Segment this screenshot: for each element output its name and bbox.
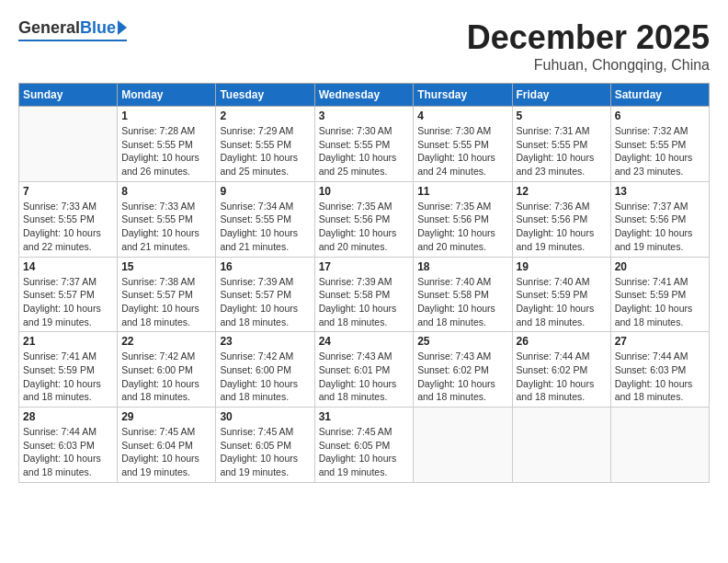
day-number: 19 xyxy=(517,260,607,273)
calendar-cell: 14Sunrise: 7:37 AM Sunset: 5:57 PM Dayli… xyxy=(19,257,118,332)
day-info: Sunrise: 7:45 AM Sunset: 6:04 PM Dayligh… xyxy=(121,425,211,479)
day-number: 6 xyxy=(615,109,705,122)
calendar-cell: 20Sunrise: 7:41 AM Sunset: 5:59 PM Dayli… xyxy=(610,257,709,332)
day-info: Sunrise: 7:30 AM Sunset: 5:55 PM Dayligh… xyxy=(417,124,507,178)
day-number: 15 xyxy=(121,260,211,273)
calendar-cell xyxy=(414,408,512,483)
day-number: 28 xyxy=(23,410,113,423)
day-info: Sunrise: 7:29 AM Sunset: 5:55 PM Dayligh… xyxy=(220,124,310,178)
day-info: Sunrise: 7:33 AM Sunset: 5:55 PM Dayligh… xyxy=(121,200,211,254)
weekday-header-sunday: Sunday xyxy=(19,84,118,107)
calendar-cell: 21Sunrise: 7:41 AM Sunset: 5:59 PM Dayli… xyxy=(19,332,118,408)
calendar-cell: 3Sunrise: 7:30 AM Sunset: 5:55 PM Daylig… xyxy=(314,107,414,182)
weekday-header-wednesday: Wednesday xyxy=(314,84,414,107)
calendar-cell: 15Sunrise: 7:38 AM Sunset: 5:57 PM Dayli… xyxy=(118,257,216,332)
day-number: 17 xyxy=(319,260,410,273)
day-number: 23 xyxy=(220,335,310,348)
calendar-cell xyxy=(610,408,709,483)
weekday-header-friday: Friday xyxy=(512,84,610,107)
calendar-cell xyxy=(19,107,118,182)
day-info: Sunrise: 7:38 AM Sunset: 5:57 PM Dayligh… xyxy=(121,275,211,329)
day-number: 7 xyxy=(23,185,113,198)
day-info: Sunrise: 7:44 AM Sunset: 6:02 PM Dayligh… xyxy=(517,350,607,404)
calendar-cell: 8Sunrise: 7:33 AM Sunset: 5:55 PM Daylig… xyxy=(118,181,216,257)
day-info: Sunrise: 7:43 AM Sunset: 6:02 PM Dayligh… xyxy=(417,350,507,404)
logo-blue-text: Blue xyxy=(80,18,116,38)
weekday-header-thursday: Thursday xyxy=(414,84,512,107)
logo: General Blue xyxy=(18,18,127,41)
day-info: Sunrise: 7:37 AM Sunset: 5:56 PM Dayligh… xyxy=(615,200,705,254)
day-info: Sunrise: 7:39 AM Sunset: 5:57 PM Dayligh… xyxy=(220,275,310,329)
day-number: 29 xyxy=(121,410,211,423)
calendar-table: SundayMondayTuesdayWednesdayThursdayFrid… xyxy=(18,83,710,483)
day-number: 11 xyxy=(417,185,507,198)
day-number: 12 xyxy=(517,185,607,198)
week-row-5: 28Sunrise: 7:44 AM Sunset: 6:03 PM Dayli… xyxy=(19,408,710,483)
day-number: 21 xyxy=(23,335,113,348)
day-info: Sunrise: 7:31 AM Sunset: 5:55 PM Dayligh… xyxy=(517,124,607,178)
day-number: 14 xyxy=(23,260,113,273)
calendar-cell: 1Sunrise: 7:28 AM Sunset: 5:55 PM Daylig… xyxy=(118,107,216,182)
day-info: Sunrise: 7:45 AM Sunset: 6:05 PM Dayligh… xyxy=(319,425,410,479)
calendar-cell: 16Sunrise: 7:39 AM Sunset: 5:57 PM Dayli… xyxy=(216,257,314,332)
day-info: Sunrise: 7:30 AM Sunset: 5:55 PM Dayligh… xyxy=(319,124,410,178)
day-number: 26 xyxy=(517,335,607,348)
day-number: 30 xyxy=(220,410,310,423)
calendar-cell: 7Sunrise: 7:33 AM Sunset: 5:55 PM Daylig… xyxy=(19,181,118,257)
day-info: Sunrise: 7:37 AM Sunset: 5:57 PM Dayligh… xyxy=(23,275,113,329)
week-row-1: 1Sunrise: 7:28 AM Sunset: 5:55 PM Daylig… xyxy=(19,107,710,182)
day-info: Sunrise: 7:41 AM Sunset: 5:59 PM Dayligh… xyxy=(615,275,705,329)
calendar-cell: 27Sunrise: 7:44 AM Sunset: 6:03 PM Dayli… xyxy=(610,332,709,408)
calendar-cell: 26Sunrise: 7:44 AM Sunset: 6:02 PM Dayli… xyxy=(512,332,610,408)
calendar-cell: 28Sunrise: 7:44 AM Sunset: 6:03 PM Dayli… xyxy=(19,408,118,483)
day-number: 16 xyxy=(220,260,310,273)
day-info: Sunrise: 7:41 AM Sunset: 5:59 PM Dayligh… xyxy=(23,350,113,404)
week-row-2: 7Sunrise: 7:33 AM Sunset: 5:55 PM Daylig… xyxy=(19,181,710,257)
calendar-cell: 4Sunrise: 7:30 AM Sunset: 5:55 PM Daylig… xyxy=(414,107,512,182)
logo-arrow-icon xyxy=(118,20,127,35)
day-info: Sunrise: 7:45 AM Sunset: 6:05 PM Dayligh… xyxy=(220,425,310,479)
day-info: Sunrise: 7:40 AM Sunset: 5:58 PM Dayligh… xyxy=(417,275,507,329)
day-number: 22 xyxy=(121,335,211,348)
day-number: 25 xyxy=(417,335,507,348)
day-info: Sunrise: 7:34 AM Sunset: 5:55 PM Dayligh… xyxy=(220,200,310,254)
calendar-cell: 11Sunrise: 7:35 AM Sunset: 5:56 PM Dayli… xyxy=(414,181,512,257)
day-number: 5 xyxy=(517,109,607,122)
day-number: 24 xyxy=(319,335,410,348)
week-row-3: 14Sunrise: 7:37 AM Sunset: 5:57 PM Dayli… xyxy=(19,257,710,332)
title-block: December 2025 Fuhuan, Chongqing, China xyxy=(467,18,710,74)
day-info: Sunrise: 7:39 AM Sunset: 5:58 PM Dayligh… xyxy=(319,275,410,329)
calendar-cell: 25Sunrise: 7:43 AM Sunset: 6:02 PM Dayli… xyxy=(414,332,512,408)
calendar-cell: 31Sunrise: 7:45 AM Sunset: 6:05 PM Dayli… xyxy=(314,408,414,483)
calendar-cell: 13Sunrise: 7:37 AM Sunset: 5:56 PM Dayli… xyxy=(610,181,709,257)
calendar-cell: 30Sunrise: 7:45 AM Sunset: 6:05 PM Dayli… xyxy=(216,408,314,483)
day-info: Sunrise: 7:40 AM Sunset: 5:59 PM Dayligh… xyxy=(517,275,607,329)
day-number: 8 xyxy=(121,185,211,198)
weekday-header-row: SundayMondayTuesdayWednesdayThursdayFrid… xyxy=(19,84,710,107)
calendar-cell: 29Sunrise: 7:45 AM Sunset: 6:04 PM Dayli… xyxy=(118,408,216,483)
day-info: Sunrise: 7:36 AM Sunset: 5:56 PM Dayligh… xyxy=(517,200,607,254)
calendar-cell: 6Sunrise: 7:32 AM Sunset: 5:55 PM Daylig… xyxy=(610,107,709,182)
calendar-cell: 22Sunrise: 7:42 AM Sunset: 6:00 PM Dayli… xyxy=(118,332,216,408)
location-title: Fuhuan, Chongqing, China xyxy=(467,57,710,74)
calendar-cell: 19Sunrise: 7:40 AM Sunset: 5:59 PM Dayli… xyxy=(512,257,610,332)
calendar-cell: 9Sunrise: 7:34 AM Sunset: 5:55 PM Daylig… xyxy=(216,181,314,257)
day-info: Sunrise: 7:42 AM Sunset: 6:00 PM Dayligh… xyxy=(220,350,310,404)
day-info: Sunrise: 7:35 AM Sunset: 5:56 PM Dayligh… xyxy=(319,200,410,254)
day-number: 31 xyxy=(319,410,410,423)
weekday-header-saturday: Saturday xyxy=(610,84,709,107)
month-title: December 2025 xyxy=(467,18,710,57)
day-number: 3 xyxy=(319,109,410,122)
week-row-4: 21Sunrise: 7:41 AM Sunset: 5:59 PM Dayli… xyxy=(19,332,710,408)
day-info: Sunrise: 7:44 AM Sunset: 6:03 PM Dayligh… xyxy=(615,350,705,404)
calendar-cell: 2Sunrise: 7:29 AM Sunset: 5:55 PM Daylig… xyxy=(216,107,314,182)
calendar-cell: 10Sunrise: 7:35 AM Sunset: 5:56 PM Dayli… xyxy=(314,181,414,257)
day-number: 10 xyxy=(319,185,410,198)
day-number: 18 xyxy=(417,260,507,273)
day-info: Sunrise: 7:43 AM Sunset: 6:01 PM Dayligh… xyxy=(319,350,410,404)
weekday-header-tuesday: Tuesday xyxy=(216,84,314,107)
day-info: Sunrise: 7:33 AM Sunset: 5:55 PM Dayligh… xyxy=(23,200,113,254)
calendar-cell: 12Sunrise: 7:36 AM Sunset: 5:56 PM Dayli… xyxy=(512,181,610,257)
page-header: General Blue December 2025 Fuhuan, Chong… xyxy=(18,18,710,74)
day-number: 9 xyxy=(220,185,310,198)
